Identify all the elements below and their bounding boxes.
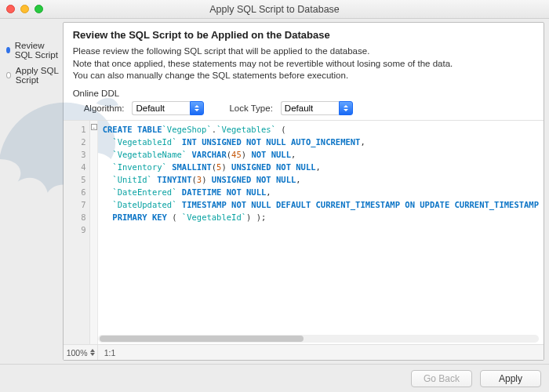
description-line: Note that once applied, these statements… bbox=[73, 58, 534, 71]
stepper-arrows-icon[interactable] bbox=[90, 349, 95, 356]
fold-gutter: - bbox=[90, 121, 98, 344]
dialog-footer: Go Back Apply bbox=[0, 364, 549, 392]
scrollbar-thumb[interactable] bbox=[100, 336, 304, 342]
titlebar: Apply SQL Script to Database bbox=[0, 0, 549, 19]
window-title: Apply SQL Script to Database bbox=[0, 4, 549, 15]
main-panel: Review the SQL Script to be Applied on t… bbox=[63, 22, 544, 361]
online-ddl-section: Online DDL Algorithm: Default Lock Type:… bbox=[64, 87, 544, 120]
online-ddl-label: Online DDL bbox=[73, 89, 534, 98]
lock-type-select[interactable]: Default bbox=[281, 101, 339, 115]
description-text: Please review the following SQL script t… bbox=[64, 44, 544, 87]
line-number-gutter: 123456789 bbox=[64, 121, 90, 344]
go-back-button: Go Back bbox=[411, 370, 472, 387]
horizontal-scrollbar[interactable] bbox=[98, 335, 539, 343]
select-arrows-icon[interactable] bbox=[339, 101, 353, 115]
main-header: Review the SQL Script to be Applied on t… bbox=[64, 23, 544, 44]
algorithm-label: Algorithm: bbox=[84, 103, 125, 113]
sql-editor[interactable]: 123456789 - CREATE TABLE`VegeShop`.`Vege… bbox=[64, 120, 544, 344]
apply-button[interactable]: Apply bbox=[480, 370, 541, 387]
page-title: Review the SQL Script to be Applied on t… bbox=[73, 29, 534, 41]
lock-type-label: Lock Type: bbox=[229, 103, 272, 113]
fold-collapse-icon[interactable]: - bbox=[91, 124, 97, 130]
cursor-ratio: 1:1 bbox=[98, 348, 122, 358]
algorithm-select[interactable]: Default bbox=[132, 101, 190, 115]
sidebar-step-apply[interactable]: Apply SQL Script bbox=[6, 66, 60, 85]
sidebar-step-review[interactable]: Review SQL Script bbox=[6, 41, 60, 60]
wizard-sidebar: Review SQL Script Apply SQL Script bbox=[0, 19, 63, 364]
description-line: You can also manually change the SQL sta… bbox=[73, 70, 534, 82]
sql-code-area[interactable]: CREATE TABLE`VegeShop`.`Vegetables` ( `V… bbox=[98, 121, 544, 344]
sidebar-step-label: Apply SQL Script bbox=[16, 66, 60, 85]
step-pending-dot-icon bbox=[6, 72, 11, 78]
description-line: Please review the following SQL script t… bbox=[73, 45, 534, 58]
zoom-value: 100% bbox=[67, 348, 88, 358]
select-arrows-icon[interactable] bbox=[190, 101, 204, 115]
zoom-stepper[interactable]: 100% bbox=[64, 345, 98, 360]
editor-statusbar: 100% 1:1 bbox=[64, 344, 544, 360]
step-active-dot-icon bbox=[6, 47, 10, 53]
sidebar-step-label: Review SQL Script bbox=[15, 41, 60, 60]
